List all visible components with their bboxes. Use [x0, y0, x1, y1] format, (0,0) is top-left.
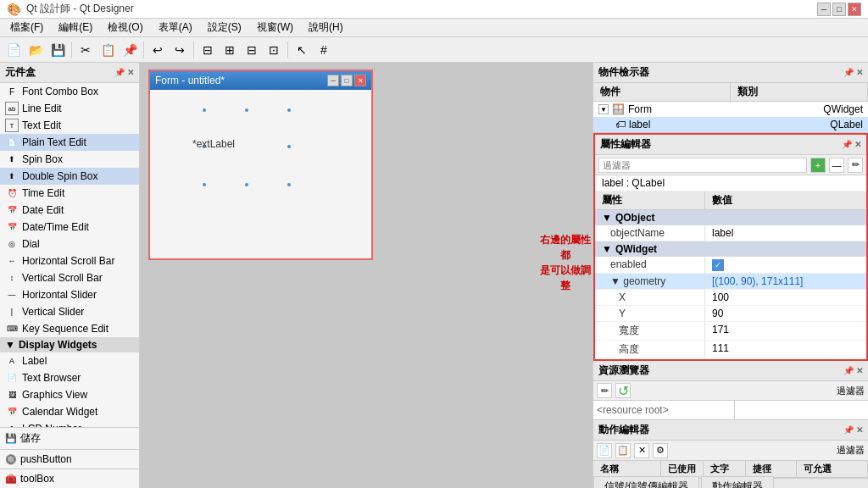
- action-copy-button[interactable]: 📋: [615, 443, 631, 458]
- close-icon[interactable]: ✕: [856, 68, 863, 77]
- copy-button[interactable]: 📋: [97, 40, 118, 60]
- form-min-button[interactable]: ─: [327, 75, 339, 86]
- prop-value[interactable]: 90: [705, 306, 866, 321]
- widget-item-hslider[interactable]: — Horizontal Slider: [0, 286, 139, 303]
- widget-item-date[interactable]: 📅 Date Edit: [0, 202, 139, 219]
- layout-h-button[interactable]: ⊟: [198, 40, 218, 60]
- widget-item-plain-text[interactable]: 📄 Plain Text Edit: [0, 134, 139, 151]
- layout-v-button[interactable]: ⊞: [220, 40, 240, 60]
- widget-item-double-spin[interactable]: ⬆ Double Spin Box: [0, 168, 139, 185]
- widget-push-btn[interactable]: 🔘 pushButton: [0, 449, 139, 469]
- widget-item-dial[interactable]: ◎ Dial: [0, 236, 139, 252]
- paste-button[interactable]: 📌: [120, 40, 140, 60]
- layout-break-button[interactable]: ⊡: [264, 40, 284, 60]
- enabled-checkbox[interactable]: ✓: [712, 259, 724, 271]
- pin-icon[interactable]: 📌: [843, 425, 854, 435]
- close-icon[interactable]: ✕: [856, 366, 863, 375]
- menu-item-f[interactable]: 檔案(F): [3, 19, 50, 36]
- prop-value[interactable]: 111: [705, 341, 866, 358]
- widget-item-vscroll[interactable]: ↕ Vertical Scroll Bar: [0, 269, 139, 286]
- minimize-button[interactable]: ─: [817, 3, 831, 16]
- pin-icon[interactable]: 📌: [114, 68, 125, 77]
- widget-item-hscroll[interactable]: ↔ Horizontal Scroll Bar: [0, 252, 139, 269]
- title-bar-controls[interactable]: ─ □ ✕: [817, 3, 861, 16]
- close-icon[interactable]: ✕: [854, 140, 861, 149]
- maximize-button[interactable]: □: [832, 3, 846, 16]
- prop-row-enabled[interactable]: enabled ✓: [595, 257, 866, 274]
- undo-button[interactable]: ↩: [147, 40, 168, 60]
- add-prop-button[interactable]: +: [810, 158, 826, 173]
- prop-row-x[interactable]: X 100: [595, 290, 866, 306]
- widget-item-spin[interactable]: ⬆ Spin Box: [0, 151, 139, 168]
- tree-row-form[interactable]: ▼ 🪟 Form QWidget: [593, 102, 868, 117]
- prop-settings-button[interactable]: ✏: [848, 158, 863, 173]
- widget-item-textbrowser[interactable]: 📄 Text Browser: [0, 369, 139, 386]
- object-inspector-header: 物件檢示器 📌 ✕: [593, 63, 868, 83]
- pin-icon[interactable]: 📌: [843, 68, 854, 77]
- prop-row-geometry[interactable]: ▼ geometry [(100, 90), 171x111]: [595, 274, 866, 290]
- menu-item-e[interactable]: 編輯(E): [52, 19, 99, 36]
- action-filter-label: 過濾器: [837, 444, 865, 457]
- tree-expander[interactable]: ▼: [598, 104, 609, 114]
- widget-item-calendar[interactable]: 📅 Calendar Widget: [0, 403, 139, 420]
- action-del-button[interactable]: ✕: [634, 443, 649, 458]
- layout-grid-button[interactable]: ⊟: [242, 40, 262, 60]
- redo-button[interactable]: ↪: [170, 40, 190, 60]
- prop-group-qwidget[interactable]: ▼ QWidget: [595, 241, 866, 257]
- widget-item-vslider[interactable]: | Vertical Slider: [0, 303, 139, 320]
- menu-item-s[interactable]: 設定(S): [201, 19, 248, 36]
- col-object-label: 物件: [600, 86, 620, 97]
- widget-toolbox[interactable]: 🧰 toolBox: [0, 469, 139, 488]
- menu-item-o[interactable]: 檢視(O): [101, 19, 149, 36]
- save-button[interactable]: 💾: [47, 40, 68, 60]
- refresh-button[interactable]: ↺: [615, 383, 631, 398]
- prop-row-height[interactable]: 高度 111: [595, 341, 866, 359]
- form-max-button[interactable]: □: [341, 75, 353, 86]
- close-icon[interactable]: ✕: [856, 425, 863, 435]
- menu-item-a[interactable]: 表單(A): [152, 19, 199, 36]
- prop-value[interactable]: [(100, 90), 171x111]: [705, 274, 866, 289]
- pin-icon[interactable]: 📌: [842, 140, 852, 149]
- widget-item-time[interactable]: ⏰ Time Edit: [0, 185, 139, 202]
- prop-row-width[interactable]: 寬度 171: [595, 322, 866, 341]
- tab-signal-slot[interactable]: 信號/信號傳編輯器: [593, 476, 699, 488]
- prop-value[interactable]: label: [705, 225, 866, 241]
- prop-group-qobject[interactable]: ▼ QObject: [595, 210, 866, 225]
- prop-btn-2[interactable]: —: [829, 158, 844, 173]
- widget-item-font-combo[interactable]: F Font Combo Box: [0, 83, 139, 100]
- tree-row-label[interactable]: 🏷 label QLabel: [593, 117, 868, 132]
- toolbox-icon: 🧰: [5, 474, 17, 485]
- form-close-button[interactable]: ✕: [354, 75, 366, 86]
- widget-item-text-edit[interactable]: T Text Edit: [0, 117, 139, 134]
- action-new-button[interactable]: 📄: [597, 443, 612, 458]
- widget-item-lcd[interactable]: 1 LCD Number: [0, 420, 139, 427]
- widget-item-datetime[interactable]: 📅 Date/Time Edit: [0, 219, 139, 236]
- form-window[interactable]: Form - untitled* ─ □ ✕ *extLa: [148, 69, 373, 260]
- form-label-widget[interactable]: *extLabel: [192, 138, 235, 150]
- close-button[interactable]: ✕: [848, 3, 861, 16]
- new-button[interactable]: 📄: [3, 40, 24, 60]
- display-widgets-category[interactable]: ▼ Display Widgets: [0, 337, 139, 352]
- tab-action-editor[interactable]: 動作編輯器: [701, 476, 774, 488]
- property-filter-input[interactable]: [598, 158, 807, 173]
- pencil-button[interactable]: ✏: [597, 383, 612, 398]
- prop-row-y[interactable]: Y 90: [595, 306, 866, 322]
- prop-row-objectname[interactable]: objectName label: [595, 225, 866, 241]
- menu-item-h[interactable]: 說明(H): [302, 19, 350, 36]
- prop-value[interactable]: 100: [705, 290, 866, 305]
- widget-item-graphics[interactable]: 🖼 Graphics View: [0, 386, 139, 403]
- form-controls[interactable]: ─ □ ✕: [327, 75, 366, 86]
- pointer-button[interactable]: ↖: [292, 40, 312, 60]
- prop-value[interactable]: 171: [705, 322, 866, 340]
- prop-value[interactable]: ✓: [705, 257, 866, 273]
- menu-item-w[interactable]: 視窗(W): [250, 19, 300, 36]
- cut-button[interactable]: ✂: [75, 40, 96, 60]
- action-settings-button[interactable]: ⚙: [653, 443, 668, 458]
- tab-order-button[interactable]: #: [314, 40, 334, 60]
- widget-item-line-edit[interactable]: ab Line Edit: [0, 100, 139, 117]
- close-panel-icon[interactable]: ✕: [127, 68, 134, 77]
- pin-icon[interactable]: 📌: [843, 366, 854, 375]
- widget-item-label[interactable]: A Label: [0, 352, 139, 369]
- widget-item-keyseq[interactable]: ⌨ Key Sequence Edit: [0, 320, 139, 337]
- open-button[interactable]: 📂: [25, 40, 46, 60]
